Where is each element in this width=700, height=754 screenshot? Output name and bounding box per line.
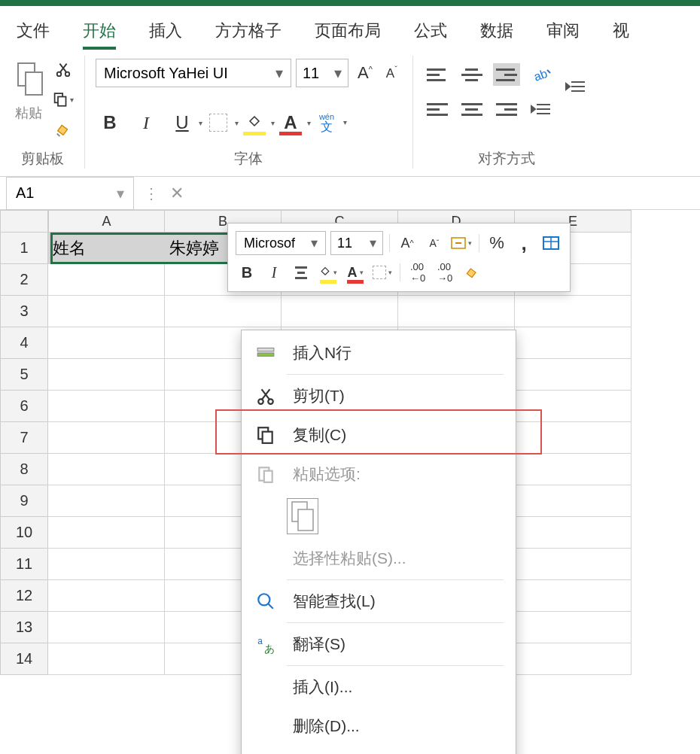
row-header[interactable]: 3 [0, 296, 48, 327]
align-top-button[interactable] [424, 63, 451, 86]
mini-decrease-decimal[interactable]: .00→0 [434, 261, 456, 284]
grow-font-button[interactable]: A^ [353, 63, 377, 83]
tab-insert[interactable]: 插入 [132, 14, 199, 48]
row-header[interactable]: 9 [0, 485, 48, 517]
tab-page-layout[interactable]: 页面布局 [298, 14, 397, 48]
row-header[interactable]: 14 [0, 643, 48, 675]
cell[interactable] [515, 517, 632, 549]
row-header[interactable]: 10 [0, 517, 48, 549]
orientation-button[interactable]: ab [528, 63, 555, 86]
mini-size-combo[interactable]: 11▾ [330, 231, 383, 255]
cell[interactable] [515, 485, 632, 517]
align-left-button[interactable] [424, 98, 451, 120]
cell[interactable] [48, 264, 165, 296]
cell[interactable] [515, 391, 632, 422]
cell[interactable] [48, 296, 165, 327]
tab-fanggezi[interactable]: 方方格子 [199, 14, 298, 48]
cell[interactable] [48, 580, 165, 612]
tab-view[interactable]: 视 [596, 14, 646, 48]
row-header[interactable]: 12 [0, 580, 48, 612]
mini-fill-button[interactable] [317, 261, 339, 284]
row-header[interactable]: 5 [0, 359, 48, 391]
cell[interactable] [48, 517, 165, 549]
cell[interactable] [515, 454, 632, 485]
shrink-font-button[interactable]: Aˇ [382, 65, 402, 81]
mini-font-combo[interactable]: Microsof▾ [236, 231, 326, 255]
cell[interactable] [48, 454, 165, 485]
cell[interactable] [515, 549, 632, 580]
font-color-button[interactable]: A [276, 108, 305, 137]
tab-data[interactable]: 数据 [464, 14, 530, 48]
cell[interactable] [515, 422, 632, 454]
phonetic-button[interactable]: wén文 [312, 108, 341, 137]
mini-border-button[interactable] [371, 261, 394, 284]
cell[interactable] [48, 327, 165, 359]
row-header[interactable]: 7 [0, 422, 48, 454]
row-header[interactable]: 8 [0, 454, 48, 485]
row-header[interactable]: 4 [0, 327, 48, 359]
align-bottom-button[interactable] [493, 63, 520, 86]
cell[interactable] [515, 612, 632, 643]
cell[interactable]: 姓名 [48, 233, 165, 264]
ctx-cut[interactable]: 剪切(T) [242, 376, 516, 415]
ctx-delete[interactable]: 删除(D)... [242, 707, 516, 746]
increase-indent-button[interactable] [562, 75, 589, 98]
ctx-copy[interactable]: 复制(C) [242, 415, 516, 455]
tab-file[interactable]: 文件 [0, 14, 66, 48]
mini-bold-button[interactable]: B [236, 261, 258, 284]
mini-increase-decimal[interactable]: .00←0 [406, 261, 429, 284]
row-header[interactable]: 13 [0, 612, 48, 643]
underline-button[interactable]: U [168, 108, 196, 137]
cell[interactable] [398, 296, 515, 327]
align-middle-button[interactable] [458, 63, 485, 86]
cell[interactable] [48, 391, 165, 422]
ctx-smart-lookup[interactable]: 智能查找(L) [242, 582, 516, 621]
font-size-combo[interactable]: 11▾ [296, 59, 348, 87]
tab-review[interactable]: 审阅 [530, 14, 596, 48]
mini-shrink-font[interactable]: Aˇ [423, 232, 446, 254]
tab-formulas[interactable]: 公式 [397, 14, 464, 48]
cell[interactable] [515, 296, 632, 327]
cell[interactable] [48, 549, 165, 580]
cell[interactable] [48, 643, 165, 675]
row-header[interactable]: 1 [0, 233, 48, 264]
mini-grow-font[interactable]: A^ [396, 232, 418, 254]
bold-button[interactable]: B [96, 108, 124, 137]
cell[interactable] [48, 485, 165, 517]
ctx-translate[interactable]: aあ 翻译(S) [242, 625, 516, 664]
row-header[interactable]: 6 [0, 391, 48, 422]
mini-italic-button[interactable]: I [263, 261, 285, 284]
cell[interactable] [165, 296, 282, 327]
col-header-a[interactable]: A [48, 210, 165, 233]
cancel-formula-button[interactable]: ✕ [163, 184, 191, 203]
cell[interactable] [48, 422, 165, 454]
align-right-button[interactable] [493, 98, 520, 120]
name-box[interactable]: A1▾ [6, 177, 134, 210]
mini-merge-button[interactable] [450, 232, 473, 254]
select-all-corner[interactable] [0, 210, 48, 233]
cell[interactable] [515, 643, 632, 675]
cell[interactable] [515, 327, 632, 359]
cell[interactable] [282, 296, 398, 327]
copy-button[interactable] [53, 89, 74, 110]
fill-color-button[interactable] [240, 108, 269, 137]
border-button[interactable] [204, 108, 233, 137]
ctx-paste-preview[interactable] [242, 494, 516, 539]
paste-icon[interactable] [11, 59, 47, 101]
row-header[interactable]: 2 [0, 264, 48, 296]
ctx-insert[interactable]: 插入(I)... [242, 667, 516, 707]
font-name-combo[interactable]: Microsoft YaHei UI▾ [96, 59, 291, 87]
cell[interactable] [48, 612, 165, 643]
cell[interactable] [48, 359, 165, 391]
row-header[interactable]: 11 [0, 549, 48, 580]
mini-table-button[interactable] [540, 232, 562, 254]
format-painter-button[interactable] [53, 119, 74, 140]
align-center-button[interactable] [458, 98, 485, 120]
mini-format-painter[interactable] [461, 261, 483, 284]
ctx-clear[interactable]: 清除内容(N) [242, 746, 516, 754]
italic-button[interactable]: I [132, 108, 160, 137]
cell[interactable] [515, 359, 632, 391]
cell[interactable] [515, 580, 632, 612]
cut-button[interactable] [53, 59, 74, 80]
tab-home[interactable]: 开始 [66, 14, 132, 48]
